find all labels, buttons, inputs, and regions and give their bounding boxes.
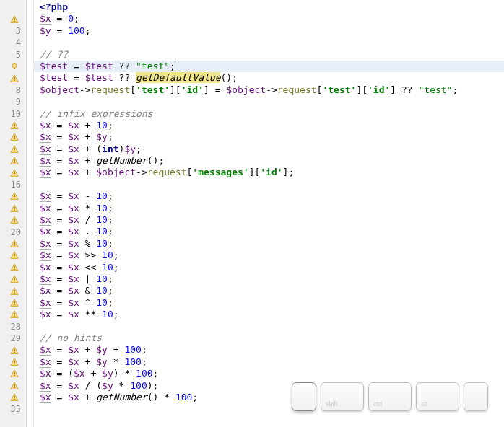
token-op: = — [51, 13, 68, 24]
warning-icon[interactable] — [10, 204, 19, 213]
gutter-row[interactable]: 29 — [0, 333, 26, 344]
code-line[interactable]: $x = ($x + $y) * 100; — [40, 368, 504, 379]
gutter-row[interactable]: 20 — [0, 226, 26, 237]
code-line[interactable]: $object->request['test']['id'] = $object… — [40, 84, 504, 96]
code-area[interactable]: <?php$x = 0;$y = 100;// ??$test = $test … — [34, 0, 504, 427]
gutter-row[interactable] — [0, 120, 26, 131]
gutter-row[interactable] — [0, 61, 26, 72]
gutter-row[interactable]: 16 — [0, 179, 26, 190]
warning-icon[interactable] — [10, 251, 19, 260]
code-line[interactable]: $y = 100; — [40, 25, 504, 37]
token-op: = — [51, 190, 68, 201]
gutter-row[interactable] — [0, 203, 26, 214]
code-line[interactable]: // no hints — [40, 333, 504, 344]
code-line[interactable]: $x = $x - 10; — [40, 190, 504, 202]
code-line[interactable]: $x = $x % 10; — [40, 238, 504, 250]
code-line[interactable]: $x = $x + 10; — [40, 120, 504, 131]
token-op: ) * — [113, 368, 136, 379]
warning-icon[interactable] — [10, 299, 19, 307]
warning-icon[interactable] — [10, 346, 19, 355]
code-line[interactable]: $x = $x ^ 10; — [40, 297, 504, 309]
gutter-row[interactable]: 28 — [0, 321, 26, 333]
warning-icon[interactable] — [10, 121, 19, 130]
gutter-row[interactable] — [0, 131, 26, 143]
warning-icon[interactable] — [10, 275, 19, 283]
gutter-row[interactable] — [0, 309, 26, 320]
gutter-row[interactable] — [0, 285, 26, 296]
gutter-row[interactable] — [0, 250, 26, 261]
code-line[interactable]: $x = $x << 10; — [40, 262, 504, 273]
gutter-row[interactable] — [0, 380, 26, 392]
gutter-row[interactable] — [0, 155, 26, 167]
gutter-row[interactable] — [0, 167, 26, 178]
gutter-row[interactable]: 3 — [0, 25, 26, 37]
gutter-row[interactable] — [0, 356, 26, 368]
warning-icon[interactable] — [10, 157, 19, 165]
gutter-row[interactable] — [0, 368, 26, 379]
gutter-row[interactable]: 5 — [0, 49, 26, 61]
code-line[interactable]: $x = 0; — [40, 13, 504, 25]
gutter-row[interactable] — [0, 238, 26, 250]
code-line[interactable]: $x = $x + $y; — [40, 131, 504, 143]
gutter-row[interactable]: 35 — [0, 403, 26, 415]
warning-icon[interactable] — [10, 263, 19, 272]
code-line[interactable]: $x = $x + (int)$y; — [40, 144, 504, 155]
warning-icon[interactable] — [10, 169, 19, 177]
warning-icon[interactable] — [10, 239, 19, 248]
bulb-icon[interactable] — [10, 62, 19, 71]
token-op: ; — [136, 144, 142, 154]
token-num: 100 — [124, 344, 141, 355]
code-line[interactable]: $x = $x . 10; — [40, 226, 504, 237]
gutter-row[interactable] — [0, 297, 26, 309]
warning-icon[interactable] — [10, 310, 19, 319]
token-var: $x — [74, 368, 85, 379]
code-line[interactable]: $x = $x | 10; — [40, 273, 504, 285]
code-line[interactable]: <?php — [40, 1, 504, 13]
code-line[interactable]: $x = $x + $y * 100; — [40, 356, 504, 368]
warning-icon[interactable] — [10, 133, 19, 141]
gutter-row[interactable] — [0, 144, 26, 155]
code-line[interactable]: $x = $x >> 10; — [40, 250, 504, 261]
token-fn: getNumber — [96, 392, 147, 402]
code-line[interactable]: $test = $test ?? getDefaultValue(); — [40, 72, 504, 84]
warning-icon[interactable] — [10, 369, 19, 378]
code-line[interactable] — [40, 37, 504, 48]
gutter-row[interactable] — [0, 13, 26, 25]
warning-icon[interactable] — [10, 15, 19, 24]
gutter-row[interactable] — [0, 72, 26, 84]
warning-icon[interactable] — [10, 382, 19, 390]
gutter-row[interactable] — [0, 392, 26, 403]
code-line[interactable]: $test = $test ?? "test"; — [40, 61, 504, 72]
code-line[interactable]: $x = $x / 10; — [40, 214, 504, 226]
warning-icon[interactable] — [10, 216, 19, 224]
code-line[interactable]: $x = $x & 10; — [40, 285, 504, 296]
gutter-row[interactable] — [0, 190, 26, 202]
code-line[interactable] — [40, 96, 504, 107]
warning-icon[interactable] — [10, 287, 19, 296]
token-varu: $x — [40, 344, 51, 356]
code-line[interactable] — [40, 179, 504, 190]
code-line[interactable]: // infix expressions — [40, 108, 504, 120]
code-line[interactable] — [40, 321, 504, 333]
token-op: -> — [136, 167, 147, 177]
code-line[interactable]: $x = $x + $y + 100; — [40, 344, 504, 356]
gutter-row[interactable]: 8 — [0, 84, 26, 96]
warning-icon[interactable] — [10, 192, 19, 201]
gutter-row[interactable] — [0, 273, 26, 285]
warning-icon[interactable] — [10, 393, 19, 402]
gutter-row[interactable] — [0, 344, 26, 356]
code-line[interactable]: $x = $x * 10; — [40, 203, 504, 214]
gutter-row[interactable] — [0, 214, 26, 226]
gutter-row[interactable] — [0, 262, 26, 273]
warning-icon[interactable] — [10, 145, 19, 154]
warning-icon[interactable] — [10, 358, 19, 366]
gutter-row[interactable] — [0, 1, 26, 13]
code-line[interactable]: $x = $x ** 10; — [40, 309, 504, 320]
warning-icon[interactable] — [10, 74, 19, 83]
code-line[interactable]: $x = $x + getNumber(); — [40, 155, 504, 167]
gutter-row[interactable]: 10 — [0, 108, 26, 120]
gutter-row[interactable]: 4 — [0, 37, 26, 48]
code-line[interactable]: $x = $x + $object->request['messages']['… — [40, 167, 504, 178]
code-line[interactable]: // ?? — [40, 49, 504, 61]
gutter-row[interactable]: 9 — [0, 96, 26, 107]
